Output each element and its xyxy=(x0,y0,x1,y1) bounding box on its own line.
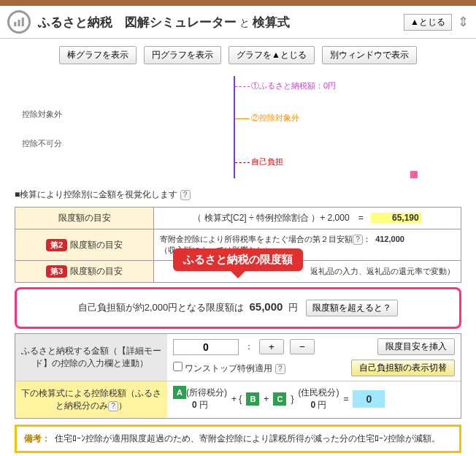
axis-label-no: 控除不可分 xyxy=(22,138,62,149)
legend-line-2: ②控除対象外 xyxy=(235,113,299,123)
top-accent-bar xyxy=(0,0,476,6)
lower-row2-label: 下の検算式による控除税額（ふるさと納税分のみ?） xyxy=(15,381,167,418)
unit-a: 円 xyxy=(199,400,208,410)
help-icon[interactable]: ? xyxy=(108,401,118,411)
help-icon[interactable]: ? xyxy=(180,190,191,200)
collapse-graph-button[interactable]: グラフを▲とじる xyxy=(229,46,315,64)
row1-value: 65,190 xyxy=(371,213,422,223)
val-a: 0 xyxy=(192,400,197,410)
row2-label: 限度額の目安 xyxy=(70,240,123,250)
insert-limit-button[interactable]: 限度目安を挿入 xyxy=(377,338,455,355)
row1-label: 限度額の目安 xyxy=(15,208,154,229)
page-title: ふるさと納税 図解シミュレーター と 検算式 xyxy=(38,14,404,31)
title-sub: 検算式 xyxy=(253,15,290,29)
row2-value: 412,000 xyxy=(375,235,404,243)
val-bc: 0 xyxy=(310,400,315,410)
toggle-display-button[interactable]: 自己負担額の表示切替 xyxy=(351,360,455,376)
plus-sign: + { xyxy=(231,394,242,404)
highlight-value: 65,000 xyxy=(250,300,283,313)
help-icon[interactable]: ? xyxy=(353,235,363,245)
balloon-label: ふるさと納税の限度額 xyxy=(173,248,303,271)
chart-icon xyxy=(7,10,31,34)
svg-rect-2 xyxy=(22,18,24,26)
row3-label-cell: 第3限度額の目安 xyxy=(15,261,154,283)
plus-button[interactable]: + xyxy=(259,339,284,354)
lower-row1-label: ふるさと納税する金額（【詳細モード】の控除の入力欄と連動） xyxy=(15,334,167,381)
close-button[interactable]: ▲とじる xyxy=(404,14,452,31)
pink-marker-icon xyxy=(410,171,418,178)
lower-row1-body: ： + − 限度目安を挿入 ワンストップ特例適用 ? 自己負担額の表示切替 xyxy=(167,334,461,381)
unit-bc: 円 xyxy=(318,400,326,410)
equals-sign: = xyxy=(343,394,348,404)
highlight-unit: 円 xyxy=(288,302,298,313)
onestop-checkbox[interactable] xyxy=(173,362,183,371)
row1-formula: （ 検算式[C2] ÷ 特例控除割合 ）+ 2,000 = xyxy=(193,213,363,223)
lower-row2-body: A(所得税分) 0 円 + { B + C } (住民税分) 0 円 = 0 xyxy=(167,381,461,418)
row3-label: 限度額の目安 xyxy=(70,266,123,276)
svg-rect-1 xyxy=(18,20,20,26)
remark-label: 備考： xyxy=(24,433,50,444)
title-conj: と xyxy=(237,17,253,28)
lower-panel: ふるさと納税する金額（【詳細モード】の控除の入力欄と連動） ： + − 限度目安… xyxy=(15,333,461,419)
highlight-pre: 自己負担額が約2,000円となる限度額は xyxy=(78,302,245,313)
badge-3: 第3 xyxy=(46,265,67,278)
minus-button[interactable]: − xyxy=(290,339,315,354)
table-row: 限度額の目安 （ 検算式[C2] ÷ 特例控除割合 ）+ 2,000 = 65,… xyxy=(15,208,461,229)
svg-rect-0 xyxy=(14,22,16,26)
title-main: ふるさと納税 図解シミュレーター xyxy=(38,15,237,29)
show-bar-button[interactable]: 棒グラフを表示 xyxy=(59,46,137,64)
chart-area: 控除対象外 控除不可分 ①ふるさと納税額：0円 ②控除対象外 自己負担 xyxy=(0,69,476,186)
lower-row-2: 下の検算式による控除税額（ふるさと納税分のみ?） A(所得税分) 0 円 + {… xyxy=(15,381,461,418)
legend-line-1: ①ふるさと納税額：0円 xyxy=(235,80,336,91)
remark-text: 住宅ﾛｰﾝ控除が適用限度超過のため、寄附金控除により課税所得が減った分の住宅ﾛｰ… xyxy=(55,433,440,444)
shotoku-label: (所得税分) xyxy=(186,387,227,398)
row2-text1: 寄附金控除により所得税率をまたぐ場合の第２目安額 xyxy=(160,235,353,243)
remark-box: 備考：住宅ﾛｰﾝ控除が適用限度超過のため、寄附金控除により課税所得が減った分の住… xyxy=(15,425,461,453)
onestop-label[interactable]: ワンストップ特例適用 ? xyxy=(173,362,285,375)
result-value: 0 xyxy=(353,390,385,408)
over-limit-button[interactable]: 限度額を超えると？ xyxy=(306,300,398,316)
row2-label-text: 下の検算式による控除税額（ふるさと納税分のみ xyxy=(21,388,161,411)
help-icon[interactable]: ? xyxy=(275,364,285,374)
tag-a: A xyxy=(173,386,186,399)
axis-label-out: 控除対象外 xyxy=(22,109,62,120)
toolbar: 棒グラフを表示 円グラフを表示 グラフを▲とじる 別ウィンドウで表示 xyxy=(0,39,476,69)
tag-b: B xyxy=(246,392,259,406)
limit-highlight: ふるさと納税の限度額 自己負担額が約2,000円となる限度額は 65,000 円… xyxy=(15,287,461,329)
tag-c: C xyxy=(273,392,286,406)
show-pie-button[interactable]: 円グラフを表示 xyxy=(144,46,221,64)
row1-body: （ 検算式[C2] ÷ 特例控除割合 ）+ 2,000 = 65,190 xyxy=(154,208,461,229)
note-row: ■検算により控除別に金額を視覚化します ? xyxy=(0,186,476,204)
badge-2: 第2 xyxy=(46,239,67,251)
jumin-label: (住民税分) xyxy=(298,387,339,398)
header: ふるさと納税 図解シミュレーター と 検算式 ▲とじる ⇕ xyxy=(0,6,476,39)
row2-label-end: ） xyxy=(118,400,127,411)
brace-close: } xyxy=(291,394,293,404)
lower-row-1: ふるさと納税する金額（【詳細モード】の控除の入力欄と連動） ： + − 限度目安… xyxy=(15,334,461,381)
drag-handle-icon[interactable]: ⇕ xyxy=(458,14,469,30)
plus-sign-2: + xyxy=(264,394,269,404)
note-text: ■検算により控除別に金額を視覚化します xyxy=(15,189,177,200)
open-window-button[interactable]: 別ウィンドウで表示 xyxy=(322,46,417,64)
colon: ： xyxy=(245,341,253,353)
legend-line-3: 自己負担 xyxy=(235,156,283,167)
onestop-text: ワンストップ特例適用 xyxy=(185,363,272,373)
donation-input[interactable] xyxy=(173,339,239,355)
row2-label-cell: 第2限度額の目安 xyxy=(15,229,154,261)
row3-text: 返礼品の入力、返礼品の還元率で変動） xyxy=(310,267,455,276)
